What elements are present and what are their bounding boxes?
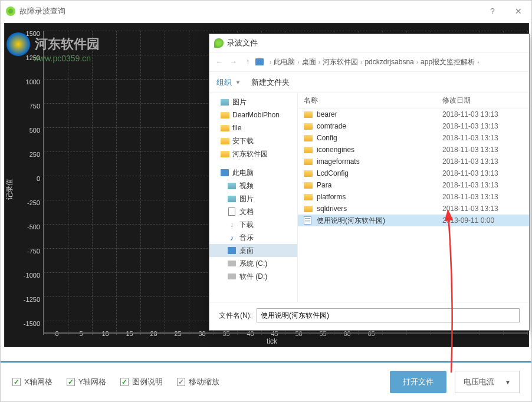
file-row[interactable]: 使用说明(河东软件园)2013-09-11 0:00: [298, 215, 529, 226]
folder-icon: [220, 137, 229, 145]
breadcrumb-item[interactable]: pdckzdrjsabsna: [364, 58, 413, 66]
folder-icon: [304, 123, 313, 130]
new-folder-button[interactable]: 新建文件夹: [251, 77, 290, 88]
folder-tree[interactable]: 图片DearMobiPhonfile安下载河东软件园此电脑视频图片文档↓下载♪音…: [209, 93, 298, 302]
pc-icon: [227, 246, 237, 255]
app-icon: [5, 6, 16, 17]
tree-item[interactable]: 桌面: [209, 244, 297, 257]
dialog-title: 录波文件: [227, 38, 258, 48]
chevron-down-icon[interactable]: ▼: [235, 80, 241, 85]
close-icon[interactable]: ✕: [505, 1, 531, 22]
file-row[interactable]: bearer2018-11-03 13:13: [298, 108, 529, 120]
breadcrumb-item[interactable]: 桌面: [302, 57, 316, 67]
checkbox-pan-zoom[interactable]: 移动缩放: [177, 377, 219, 387]
checkbox-y-grid[interactable]: Y轴网格: [67, 377, 107, 387]
watermark-url: www.pc0359.cn: [33, 54, 100, 63]
breadcrumb[interactable]: ›此电脑›桌面›河东软件园›pdckzdrjsabsna›app报文监控解析›: [255, 57, 481, 67]
column-name[interactable]: 名称: [304, 95, 442, 106]
nav-up-icon[interactable]: ↑: [241, 55, 254, 68]
checkbox-x-grid[interactable]: X轴网格: [12, 377, 52, 387]
watermark-site: 河东软件园: [35, 35, 100, 53]
folder-icon: [304, 135, 313, 141]
file-icon: [304, 216, 313, 225]
x-axis-line: [43, 332, 528, 334]
file-row[interactable]: Config2018-11-03 13:13: [298, 132, 529, 144]
file-open-dialog: 录波文件 ← → ↑ ›此电脑›桌面›河东软件园›pdckzdrjsabsna›…: [209, 34, 530, 331]
folder-icon: [304, 111, 313, 118]
nav-forward-icon[interactable]: →: [227, 55, 240, 68]
dialog-app-icon: [214, 38, 224, 48]
folder-icon: [220, 124, 229, 132]
y-ticks: 1500125010007505002500-250-500-750-1000-…: [17, 31, 40, 345]
pic-icon: [227, 195, 237, 203]
pic-icon: [220, 98, 229, 106]
doc-icon: [227, 207, 237, 216]
tree-item[interactable]: 安下载: [209, 134, 297, 147]
file-row[interactable]: sqldrivers2018-11-03 13:13: [298, 203, 529, 215]
y-axis-label: 记录值: [5, 179, 15, 200]
organize-button[interactable]: 组织: [216, 77, 232, 88]
pic-icon: [227, 182, 237, 190]
tree-item[interactable]: file: [209, 121, 297, 134]
voltage-current-select[interactable]: 电压电流▼: [455, 371, 520, 393]
breadcrumb-item[interactable]: 河东软件园: [323, 57, 358, 67]
folder-icon: [304, 170, 313, 177]
titlebar: 故障录波查询 ? ✕: [1, 1, 531, 22]
tree-item[interactable]: 系统 (C:): [209, 257, 297, 270]
file-row[interactable]: platforms2018-11-03 13:13: [298, 191, 529, 203]
dialog-footer: 文件名(N):: [209, 302, 529, 328]
filename-input[interactable]: [257, 308, 520, 322]
file-row[interactable]: LcdConfig2018-11-03 13:13: [298, 167, 529, 179]
tree-item[interactable]: 软件 (D:): [209, 270, 297, 283]
checkbox-legend[interactable]: 图例说明: [120, 377, 163, 387]
folder-icon: [304, 206, 313, 212]
file-row[interactable]: comtrade2018-11-03 13:13: [298, 120, 529, 132]
drive-icon: [227, 259, 237, 268]
watermark-logo: [6, 32, 30, 56]
folder-icon: [304, 159, 313, 165]
file-row[interactable]: imageformats2018-11-03 13:13: [298, 156, 529, 167]
filename-label: 文件名(N):: [219, 311, 252, 321]
download-icon: ↓: [227, 220, 237, 229]
tree-item[interactable]: ↓下载: [209, 218, 297, 231]
tree-item[interactable]: ♪音乐: [209, 231, 297, 244]
music-icon: ♪: [227, 233, 237, 242]
tree-item[interactable]: 河东软件园: [209, 147, 297, 160]
tree-item[interactable]: 文档: [209, 205, 297, 218]
window-title: 故障录波查询: [19, 6, 65, 17]
drive-icon: [227, 272, 237, 281]
tree-item[interactable]: DearMobiPhon: [209, 108, 297, 121]
open-file-button[interactable]: 打开文件: [390, 371, 446, 393]
folder-icon: [304, 182, 313, 189]
nav-back-icon[interactable]: ←: [213, 55, 226, 68]
dialog-toolbar: 组织 ▼ 新建文件夹: [209, 72, 529, 93]
breadcrumb-item[interactable]: app报文监控解析: [421, 57, 475, 67]
dialog-nav: ← → ↑ ›此电脑›桌面›河东软件园›pdckzdrjsabsna›app报文…: [209, 52, 529, 72]
y-axis-line: [43, 31, 44, 335]
chevron-down-icon: ▼: [505, 379, 511, 385]
folder-icon: [304, 147, 313, 153]
file-row[interactable]: Para2018-11-03 13:13: [298, 179, 529, 191]
file-row[interactable]: iconengines2018-11-03 13:13: [298, 144, 529, 156]
tree-item[interactable]: 图片: [209, 95, 297, 108]
folder-icon: [220, 150, 229, 158]
folder-icon: [304, 194, 313, 200]
watermark: 河东软件园 www.pc0359.cn: [6, 32, 100, 63]
x-axis-label: tick: [267, 337, 277, 345]
tree-item[interactable]: 图片: [209, 192, 297, 205]
column-date[interactable]: 修改日期: [442, 95, 513, 106]
pc-icon: [220, 169, 229, 177]
file-list[interactable]: 名称 修改日期 bearer2018-11-03 13:13comtrade20…: [298, 93, 529, 302]
bottom-bar: X轴网格 Y轴网格 图例说明 移动缩放 打开文件 电压电流▼: [1, 361, 531, 401]
folder-icon: [220, 111, 229, 119]
help-icon[interactable]: ?: [480, 1, 505, 22]
svg-point-1: [8, 9, 13, 14]
breadcrumb-item[interactable]: 此电脑: [274, 57, 295, 67]
file-list-header[interactable]: 名称 修改日期: [298, 93, 529, 108]
dialog-titlebar: 录波文件: [209, 34, 529, 52]
tree-item[interactable]: 此电脑: [209, 166, 297, 179]
tree-item[interactable]: 视频: [209, 179, 297, 192]
